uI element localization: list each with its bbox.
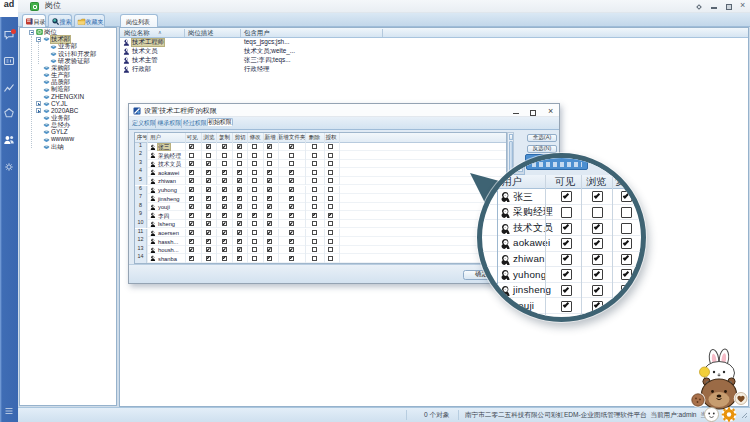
perm-checkbox[interactable] [267,213,272,218]
shape-icon[interactable] [3,107,15,119]
tab-favorites[interactable]: 收藏夹 [74,14,105,27]
perm-checkbox[interactable] [328,153,333,158]
user-name[interactable]: jinsheng [158,196,180,202]
tree-item[interactable]: 出纳 [20,143,116,150]
perm-checkbox[interactable] [289,178,294,183]
perm-checkbox[interactable] [237,178,242,183]
perm-checkbox[interactable] [312,239,317,244]
perm-checkbox[interactable] [222,230,227,235]
user-name[interactable]: hassh... [158,239,178,245]
invert-selection-button[interactable]: 反选(N) [527,145,557,153]
perm-checkbox[interactable] [222,239,227,244]
perm-checkbox[interactable] [237,239,242,244]
list-row[interactable]: 行政部行政经理 [120,65,748,74]
perm-checkbox[interactable] [267,153,272,158]
perm-checkbox[interactable] [267,196,272,201]
perm-checkbox[interactable] [222,170,227,175]
perm-checkbox[interactable] [312,230,317,235]
perm-checkbox[interactable] [328,170,333,175]
collapse-icon[interactable] [36,37,41,42]
perm-checkbox[interactable] [237,230,242,235]
perm-checkbox[interactable] [267,187,272,192]
perm-checkbox[interactable] [206,230,211,235]
perm-checkbox[interactable] [312,187,317,192]
perm-checkbox[interactable] [252,187,257,192]
column-position-name[interactable]: 岗位名称 [124,30,150,37]
perm-checkbox[interactable] [289,213,294,218]
perm-checkbox[interactable] [252,170,257,175]
expand-icon[interactable] [36,108,41,113]
perm-checkbox[interactable] [312,213,317,218]
chart-icon[interactable] [3,82,15,94]
perm-checkbox[interactable] [267,170,272,175]
perm-checkbox[interactable] [206,178,211,183]
perm-checkbox[interactable] [189,230,194,235]
perm-checkbox[interactable] [312,153,317,158]
expand-icon[interactable] [36,101,41,106]
perm-checkbox[interactable] [206,247,211,252]
perm-checkbox[interactable] [189,239,194,244]
perm-checkbox[interactable] [289,247,294,252]
perm-checkbox[interactable] [289,144,294,149]
dialog-maximize-icon[interactable] [530,110,536,116]
perm-checkbox[interactable] [328,144,333,149]
perm-checkbox[interactable] [252,239,257,244]
dialog-tab-1[interactable]: 定义权限 [132,120,156,126]
tab-directory[interactable]: 目录 [22,14,46,27]
perm-checkbox[interactable] [237,196,242,201]
perm-checkbox[interactable] [222,196,227,201]
permission-row[interactable]: 13housh... [135,246,506,255]
resize-grip-icon[interactable] [741,412,748,419]
user-name[interactable]: shanba [158,256,177,262]
perm-checkbox[interactable] [237,161,242,166]
position-name[interactable]: 技术主管 [132,57,158,64]
perm-checkbox[interactable] [222,256,227,261]
perm-checkbox[interactable] [328,230,333,235]
perm-checkbox[interactable] [189,247,194,252]
perm-checkbox[interactable] [289,170,294,175]
minimize-icon[interactable] [711,7,717,9]
column-position-desc[interactable]: 岗位描述 [188,30,214,37]
user-name[interactable]: zhiwan [158,178,176,184]
perm-checkbox[interactable] [312,247,317,252]
perm-checkbox[interactable] [189,187,194,192]
user-name[interactable]: 李四 [158,213,170,219]
perm-checkbox[interactable] [312,256,317,261]
perm-checkbox[interactable] [206,153,211,158]
gear-icon[interactable] [3,161,15,173]
perm-checkbox[interactable] [328,239,333,244]
perm-checkbox[interactable] [222,144,227,149]
perm-checkbox[interactable] [312,178,317,183]
user-name[interactable]: 技术文员 [158,161,181,167]
perm-checkbox[interactable] [237,247,242,252]
perm-checkbox[interactable] [237,144,242,149]
perm-checkbox[interactable] [252,230,257,235]
perm-checkbox[interactable] [189,204,194,209]
user-name[interactable]: 张三 [158,144,170,150]
tree-item[interactable]: wwwww [20,136,116,143]
perm-checkbox[interactable] [312,144,317,149]
perm-column-2[interactable]: 用户 [150,135,161,141]
perm-checkbox[interactable] [189,170,194,175]
perm-checkbox[interactable] [222,187,227,192]
perm-checkbox[interactable] [222,221,227,226]
perm-checkbox[interactable] [206,161,211,166]
perm-checkbox[interactable] [328,178,333,183]
perm-checkbox[interactable] [222,161,227,166]
perm-checkbox[interactable] [252,196,257,201]
perm-checkbox[interactable] [328,204,333,209]
close-icon[interactable]: × [740,1,745,10]
perm-column-1[interactable]: 序号 [137,135,148,141]
perm-checkbox[interactable] [267,204,272,209]
dialog-tab-2[interactable]: 继承权限 [158,120,182,126]
perm-checkbox[interactable] [237,204,242,209]
perm-checkbox[interactable] [312,221,317,226]
perm-checkbox[interactable] [328,221,333,226]
permission-row[interactable]: 12hassh... [135,237,506,246]
perm-checkbox[interactable] [312,170,317,175]
perm-checkbox[interactable] [289,230,294,235]
perm-checkbox[interactable] [289,196,294,201]
perm-checkbox[interactable] [328,256,333,261]
column-users[interactable]: 包含用户 [244,30,270,37]
perm-checkbox[interactable] [237,213,242,218]
